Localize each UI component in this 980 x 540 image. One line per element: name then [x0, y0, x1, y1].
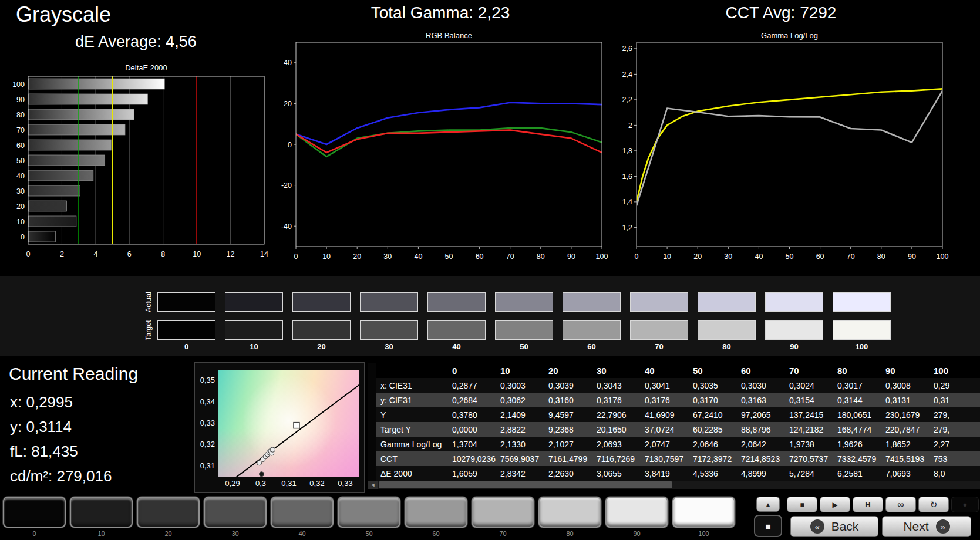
- de-average-label: dE Average: 4,56: [75, 33, 197, 51]
- pattern-button-60[interactable]: [405, 497, 467, 528]
- table-cell: 4,8999: [739, 469, 787, 478]
- x-axis-label: 70: [506, 252, 514, 261]
- record-icon: ●: [963, 500, 968, 509]
- target-row-label: Target: [144, 317, 153, 344]
- pattern-button-label: 30: [204, 530, 267, 537]
- deltae-bar-80: [29, 109, 134, 120]
- loop-button[interactable]: ∞: [885, 497, 916, 512]
- cie-x-axis-label: 0,32: [305, 479, 329, 488]
- pattern-button-label: 40: [271, 530, 334, 537]
- marker-button[interactable]: H: [853, 497, 883, 512]
- swatch-column-label: 0: [157, 342, 215, 351]
- target-swatch-90: [765, 320, 823, 340]
- table-cell: 37,0724: [643, 425, 691, 434]
- table-cell: 2,0646: [691, 440, 739, 449]
- pattern-button-40[interactable]: [271, 497, 334, 528]
- next-button[interactable]: Next »: [882, 516, 971, 537]
- y-axis-label: 2,2: [622, 96, 632, 104]
- page-title: Grayscale: [16, 2, 111, 27]
- pattern-button-label: 10: [70, 530, 133, 537]
- pattern-button-80[interactable]: [538, 497, 601, 528]
- table-column-header: 60: [739, 366, 787, 376]
- table-row-label: x: CIE31: [376, 381, 450, 390]
- x-axis-label: 80: [877, 252, 885, 261]
- table-cell: 0,3131: [884, 396, 932, 405]
- pattern-up-button[interactable]: ▲: [756, 497, 780, 512]
- actual-row-label: Actual: [144, 289, 153, 316]
- actual-swatch-90: [765, 292, 823, 312]
- table-cell: 7270,5737: [787, 454, 836, 464]
- pattern-button-20[interactable]: [137, 497, 200, 528]
- y-axis-label: 20: [16, 203, 25, 211]
- table-row-label: Gamma Log/Log: [376, 440, 450, 449]
- table-cell: 2,27: [932, 440, 980, 449]
- back-button[interactable]: « Back: [790, 516, 878, 537]
- swatch-column-label: 70: [630, 342, 688, 351]
- grayscale-swatch-strip: ActualTarget0102030405060708090100: [0, 276, 980, 356]
- target-swatch-20: [292, 320, 351, 340]
- table-cell: 0,3163: [739, 396, 787, 405]
- actual-swatch-30: [360, 292, 418, 312]
- y-axis-label: 40: [284, 59, 292, 67]
- x-axis-label: 90: [908, 252, 916, 261]
- x-axis-label: 100: [596, 252, 608, 261]
- series-line-blue: [296, 103, 602, 144]
- x-axis-label: 14: [260, 250, 268, 258]
- next-chevron-icon: »: [936, 519, 950, 534]
- pattern-button-50[interactable]: [338, 497, 400, 528]
- table-cell: 0,3030: [739, 381, 787, 390]
- daylight-locus-line: [223, 384, 359, 477]
- pattern-button-label: 60: [405, 530, 467, 537]
- y-axis-label: 100: [12, 80, 25, 89]
- target-swatch-30: [360, 320, 418, 340]
- pattern-button-10[interactable]: [70, 497, 133, 528]
- x-axis-label: 12: [227, 250, 235, 258]
- pattern-button-70[interactable]: [472, 497, 534, 528]
- table-cell: 2,2630: [547, 469, 595, 478]
- chart-title: DeltaE 2000: [125, 63, 167, 72]
- scrollbar-thumb[interactable]: [379, 481, 672, 488]
- y-axis-label: 30: [16, 187, 25, 195]
- x-axis-label: 20: [353, 252, 361, 261]
- swatch-column-label: 10: [225, 342, 283, 351]
- series-line-red: [296, 130, 602, 153]
- x-axis-label: 80: [537, 252, 545, 261]
- x-axis-label: 0: [294, 252, 298, 261]
- actual-swatch-60: [563, 292, 621, 312]
- scrollbar-left-arrow[interactable]: ◄: [368, 481, 378, 489]
- table-row-y: Y0,37802,14099,459722,790641,690967,2410…: [376, 407, 980, 422]
- play-button[interactable]: ▶: [820, 497, 850, 512]
- deltae-2000-chart: DeltaE 200010090807060504030201000246810…: [5, 62, 275, 265]
- reading-x-value: x: 0,2995: [10, 393, 73, 411]
- deltae-bar-60: [29, 140, 112, 150]
- actual-swatch-10: [225, 292, 283, 312]
- pattern-button-30[interactable]: [204, 497, 267, 528]
- table-cell: 7,0693: [884, 469, 932, 478]
- table-cell: 3,0655: [595, 469, 643, 478]
- cie-x-axis-label: 0,29: [221, 479, 244, 488]
- x-axis-label: 0: [26, 250, 31, 258]
- deltae-bar-100: [29, 79, 165, 89]
- table-cell: 3,8419: [643, 469, 691, 478]
- pattern-button-90[interactable]: [605, 497, 668, 528]
- cie-x-axis-label: 0,31: [277, 479, 301, 488]
- record-button[interactable]: ●: [951, 497, 979, 512]
- table-horizontal-scrollbar[interactable]: ◄: [368, 481, 980, 489]
- table-cell: 279,: [932, 410, 980, 420]
- cie-overlay: [218, 370, 359, 477]
- deltae-bar-20: [29, 201, 67, 211]
- swatch-column-label: 50: [495, 342, 553, 351]
- pattern-window-button[interactable]: ■: [754, 515, 782, 537]
- pattern-button-0[interactable]: [3, 497, 66, 528]
- table-cell: 0,3176: [595, 396, 643, 405]
- stop-button[interactable]: ■: [787, 497, 817, 512]
- actual-swatch-100: [833, 292, 891, 312]
- table-cell: 0,3003: [499, 381, 547, 390]
- cie-y-axis-label: 0,31: [195, 461, 215, 470]
- table-cell: 10279,0236: [450, 454, 499, 464]
- refresh-button[interactable]: ↻: [918, 497, 949, 512]
- table-cell: 9,2368: [547, 425, 595, 434]
- pattern-button-100[interactable]: [672, 497, 735, 528]
- table-cell: 230,1679: [884, 410, 932, 420]
- table-cell: 2,0747: [643, 440, 691, 449]
